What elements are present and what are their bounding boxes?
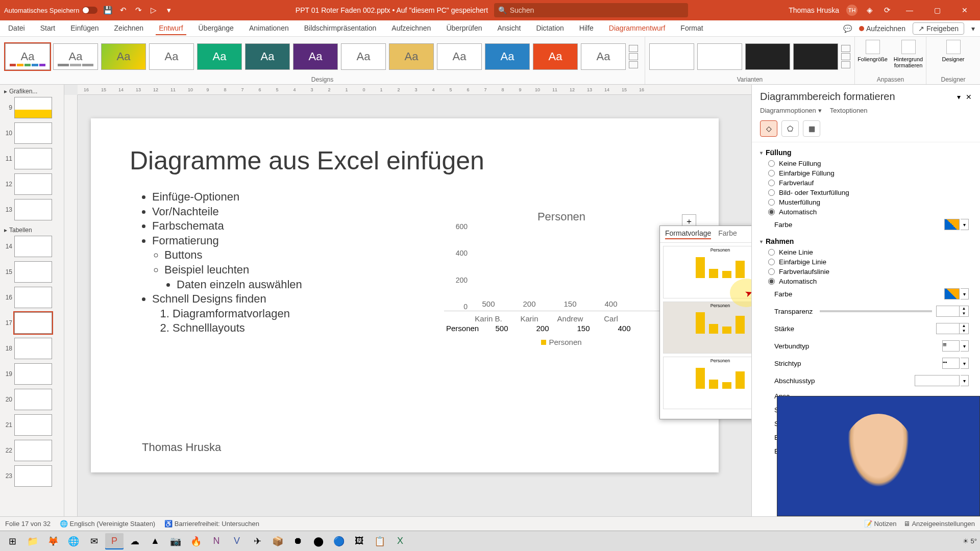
sync-icon[interactable]: ⟳ [882,5,892,15]
slide-thumb-13[interactable]: 13 [3,199,62,220]
more-qat-icon[interactable]: ▾ [164,5,174,15]
slide-thumb-9[interactable]: 9 [3,97,62,118]
variant-1[interactable] [649,43,694,70]
chart-options-tab[interactable]: Diagrammoptionen ▾ [760,107,822,114]
slide-thumb-21[interactable]: 21 [3,414,62,436]
design-theme-11[interactable]: Aa [485,43,530,70]
slide-thumb-19[interactable]: 19 [3,363,62,385]
dash-combo[interactable]: ┅ [942,358,960,369]
slide-thumb-22[interactable]: 22 [3,440,62,461]
undo-icon[interactable]: ↶ [118,5,128,15]
border-color-button[interactable] [944,288,960,299]
excel-icon[interactable]: X [391,533,409,549]
line-gradient[interactable]: Farbverlaufslinie [768,268,977,276]
slide-thumb-12[interactable]: 12 [3,173,62,195]
border-color-drop[interactable]: ▾ [961,288,969,299]
design-theme-6[interactable]: Aa [245,43,290,70]
search-box[interactable]: 🔍 Suchen [494,3,688,17]
format-background-button[interactable]: Hintergrund formatieren [893,40,924,68]
design-theme-2[interactable]: Aa [53,43,98,70]
fill-gradient[interactable]: Farbverlauf [768,179,977,187]
design-theme-8[interactable]: Aa [341,43,386,70]
slide-editor[interactable]: 1615141312111098765432101234567891011121… [64,85,751,516]
diamond-icon[interactable]: ◈ [865,5,875,15]
visio-icon[interactable]: V [228,533,246,549]
slide-thumbnails[interactable]: ▸ Grafiken... 9 10 11 12 13 ▸ Tabellen 1… [0,85,64,516]
telegram-icon[interactable]: ✈ [248,533,266,549]
fill-color-drop[interactable]: ▾ [961,219,969,230]
comments-icon[interactable]: 💬 [843,24,852,33]
tab-ueberpruefen[interactable]: Überprüfen [443,22,485,35]
slide-counter[interactable]: Folie 17 von 32 [5,520,51,528]
pane-dropdown-icon[interactable]: ▾ [957,93,961,101]
app-icon-6[interactable]: 🔵 [330,533,348,549]
app-icon-4[interactable]: 📦 [268,533,287,549]
tab-uebergaenge[interactable]: Übergänge [195,22,237,35]
minimize-icon[interactable]: — [899,0,920,20]
outlook-icon[interactable]: ✉ [85,533,103,549]
slide-body[interactable]: Einfüge-Optionen Vor/Nachteile Farbschem… [140,190,302,336]
effects-tab-icon[interactable]: ⬠ [781,120,799,137]
tab-diagrammentwurf[interactable]: Diagrammentwurf [606,22,668,35]
designs-more[interactable] [629,45,638,68]
transparency-slider[interactable] [820,310,932,312]
accessibility-label[interactable]: ♿ Barrierefreiheit: Untersuchen [164,520,259,528]
variant-3[interactable] [745,43,790,70]
cap-combo[interactable] [915,375,960,386]
tab-start[interactable]: Start [37,22,59,35]
design-theme-9[interactable]: Aa [389,43,434,70]
close-icon[interactable]: ✕ [954,0,975,20]
size-tab-icon[interactable]: ▦ [803,120,820,137]
save-icon[interactable]: 💾 [103,5,113,15]
pane-close-icon[interactable]: ✕ [966,93,972,101]
start-from-begin-icon[interactable]: ▷ [149,5,159,15]
fill-header[interactable]: Füllung [760,144,977,160]
slide-thumb-10[interactable]: 10 [3,122,62,144]
design-theme-10[interactable]: Aa [437,43,482,70]
transparency-spinner[interactable]: ▲▼ [936,306,969,317]
obs-icon[interactable]: ⏺ [289,533,307,549]
design-theme-4[interactable]: Aa [149,43,194,70]
autosave-toggle[interactable]: Automatisches Speichern [4,7,97,14]
tab-zeichnen[interactable]: Zeichnen [111,22,147,35]
tab-format[interactable]: Format [677,22,706,35]
vlc-icon[interactable]: ▲ [146,533,164,549]
tab-einfuegen[interactable]: Einfügen [67,22,102,35]
tab-hilfe[interactable]: Hilfe [576,22,597,35]
tab-animationen[interactable]: Animationen [246,22,292,35]
share-button[interactable]: ↗ Freigeben [913,22,964,35]
slide-thumb-16[interactable]: 16 [3,287,62,308]
tab-dictation[interactable]: Dictation [533,22,567,35]
slide-thumb-14[interactable]: 14 [3,236,62,257]
slide-thumb-15[interactable]: 15 [3,261,62,283]
onenote-icon[interactable]: N [207,533,226,549]
design-theme-5[interactable]: Aa [197,43,242,70]
design-theme-3[interactable]: Aa [101,43,146,70]
section-grafiken[interactable]: ▸ Grafiken... [3,86,62,97]
design-theme-12[interactable]: Aa [533,43,578,70]
fill-line-tab-icon[interactable]: ◇ [760,120,777,137]
section-tabellen[interactable]: ▸ Tabellen [3,224,62,236]
record-button[interactable]: Aufzeichnen [859,24,905,33]
line-solid[interactable]: Einfarbige Linie [768,258,977,266]
line-auto[interactable]: Automatisch [768,278,977,285]
popup-tab-style[interactable]: Formatvorlage [665,229,711,239]
powerpoint-icon[interactable]: P [105,533,124,549]
user-avatar[interactable]: TH [846,5,857,16]
tab-datei[interactable]: Datei [5,22,28,35]
design-theme-7[interactable]: Aa [293,43,338,70]
chart-personen[interactable]: Personen 0 200 400 600 500 200 150 400 K… [444,210,679,348]
variant-2[interactable] [697,43,742,70]
variant-4[interactable] [793,43,838,70]
app-icon-2[interactable]: 📷 [166,533,185,549]
slide-size-button[interactable]: Foliengröße [857,40,889,62]
maximize-icon[interactable]: ▢ [927,0,947,20]
width-spinner[interactable]: ▲▼ [936,323,969,334]
style-preview-3[interactable]: Personen [663,357,751,409]
fill-auto[interactable]: Automatisch [768,208,977,216]
file-explorer-icon[interactable]: 📁 [23,533,42,549]
weather-widget[interactable]: ☀ 5° [963,537,977,545]
design-theme-13[interactable]: Aa [581,43,626,70]
fill-solid[interactable]: Einfarbige Füllung [768,169,977,177]
slide-thumb-17[interactable]: 17 [3,312,62,334]
